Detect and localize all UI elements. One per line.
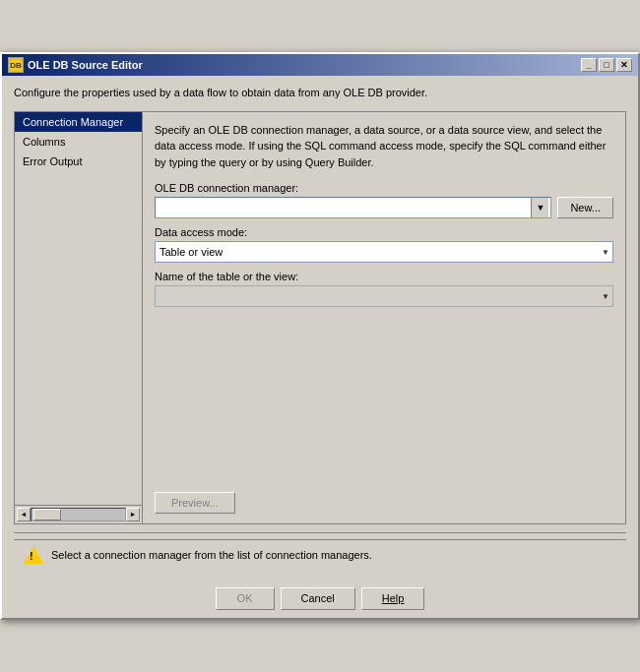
connection-manager-group: OLE DB connection manager: ▼ New... xyxy=(155,182,613,218)
footer: OK Cancel Help xyxy=(2,580,638,618)
sidebar-scroll-area: ◄ ► xyxy=(14,505,142,524)
status-bar: Select a connection manager from the lis… xyxy=(14,539,626,570)
right-panel: Specify an OLE DB connection manager, a … xyxy=(142,111,626,524)
connection-manager-dropdown-arrow[interactable]: ▼ xyxy=(531,198,548,217)
data-access-mode-wrapper: Table or view Table name or view name va… xyxy=(155,241,613,263)
window-title: OLE DB Source Editor xyxy=(28,59,143,71)
table-name-wrapper xyxy=(155,285,613,307)
sidebar-item-columns[interactable]: Columns xyxy=(15,132,142,152)
data-access-mode-select[interactable]: Table or view Table name or view name va… xyxy=(155,241,613,263)
main-content-area: Connection Manager Columns Error Output … xyxy=(14,111,626,524)
connection-manager-input[interactable] xyxy=(158,198,531,217)
data-access-mode-group: Data access mode: Table or view Table na… xyxy=(155,226,613,263)
table-name-group: Name of the table or the view: xyxy=(155,271,613,307)
table-name-select[interactable] xyxy=(155,285,613,307)
sidebar-container: Connection Manager Columns Error Output … xyxy=(14,111,142,524)
title-bar: DB OLE DB Source Editor _ □ ✕ xyxy=(2,54,638,76)
panel-description: Specify an OLE DB connection manager, a … xyxy=(155,122,613,171)
dialog-content: Configure the properties used by a data … xyxy=(2,76,638,579)
sidebar-item-connection-manager[interactable]: Connection Manager xyxy=(15,112,142,132)
warning-icon xyxy=(24,546,43,564)
minimize-button[interactable]: _ xyxy=(581,58,597,72)
scroll-thumb[interactable] xyxy=(33,509,61,520)
connection-manager-label: OLE DB connection manager: xyxy=(155,182,613,194)
data-access-mode-label: Data access mode: xyxy=(155,226,613,238)
ok-button[interactable]: OK xyxy=(216,587,275,610)
preview-button[interactable]: Preview... xyxy=(155,492,235,514)
main-description: Configure the properties used by a data … xyxy=(14,86,626,100)
scroll-track xyxy=(31,508,126,521)
title-buttons: _ □ ✕ xyxy=(581,58,632,72)
divider xyxy=(14,532,626,533)
horizontal-scrollbar: ◄ ► xyxy=(17,507,140,522)
close-button[interactable]: ✕ xyxy=(616,58,632,72)
help-button[interactable]: Help xyxy=(361,587,425,610)
table-name-label: Name of the table or the view: xyxy=(155,271,613,282)
sidebar-item-error-output[interactable]: Error Output xyxy=(15,152,142,171)
preview-area: Preview... xyxy=(155,484,613,514)
connection-manager-row: ▼ New... xyxy=(155,197,613,218)
new-button[interactable]: New... xyxy=(557,197,613,218)
window-icon: DB xyxy=(8,57,24,73)
connection-manager-combobox[interactable]: ▼ xyxy=(155,197,551,218)
maximize-button[interactable]: □ xyxy=(599,58,614,72)
status-message: Select a connection manager from the lis… xyxy=(51,549,372,561)
title-bar-left: DB OLE DB Source Editor xyxy=(8,57,143,73)
svg-text:DB: DB xyxy=(10,61,22,70)
cancel-button[interactable]: Cancel xyxy=(281,587,355,610)
scroll-left-button[interactable]: ◄ xyxy=(17,508,31,521)
scroll-right-button[interactable]: ► xyxy=(126,508,140,521)
sidebar-items-area: Connection Manager Columns Error Output xyxy=(14,111,142,505)
main-window: DB OLE DB Source Editor _ □ ✕ Configure … xyxy=(0,52,640,619)
